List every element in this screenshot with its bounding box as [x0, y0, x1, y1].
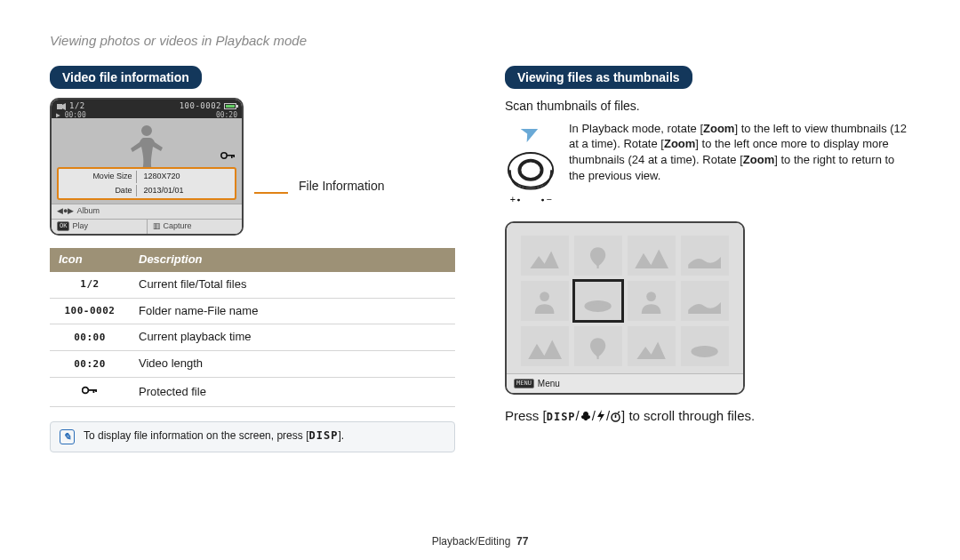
thumbnail — [628, 326, 676, 366]
table-row: Protected file — [50, 378, 455, 407]
thumbnail — [681, 326, 729, 366]
flash-icon — [596, 410, 606, 422]
svg-rect-0 — [57, 104, 62, 109]
thumbnail — [574, 236, 622, 276]
lock-key-icon — [220, 148, 235, 164]
video-camera-icon — [57, 103, 66, 110]
thumbnail — [628, 281, 676, 321]
thumbnail — [681, 281, 729, 321]
svg-text:−: − — [546, 194, 551, 204]
capture-icon: ▥ — [153, 221, 161, 232]
right-column: Viewing files as thumbnails Scan thumbna… — [505, 66, 910, 452]
svg-text:+: + — [510, 194, 516, 204]
svg-rect-4 — [231, 155, 233, 158]
thumbnail-selected — [574, 281, 622, 321]
subtitle: Scan thumbnails of files. — [505, 98, 910, 114]
callout-line — [254, 192, 288, 194]
timer-icon — [610, 411, 621, 422]
table-row: 1/2Current file/Total files — [50, 272, 455, 298]
note-icon: ✎ — [60, 429, 75, 444]
svg-point-14 — [541, 198, 544, 201]
file-info-overlay: Movie Size1280X720 Date2013/01/01 — [57, 167, 236, 200]
table-row: 00:00Current playback time — [50, 324, 455, 351]
battery-icon — [224, 103, 236, 109]
svg-marker-1 — [62, 103, 66, 110]
menu-button-icon: MENU — [514, 379, 534, 388]
svg-rect-8 — [93, 389, 95, 393]
arrow-icon: ➤ — [516, 115, 546, 150]
svg-rect-9 — [95, 389, 97, 392]
svg-rect-17 — [597, 265, 599, 268]
svg-rect-21 — [597, 356, 599, 359]
thumbnail — [628, 236, 676, 276]
disp-label: DISP — [308, 429, 338, 442]
icon-description-table: Icon Description 1/2Current file/Total f… — [50, 248, 455, 407]
capture-label: Capture — [164, 221, 192, 232]
elapsed-time: 00:00 — [65, 111, 86, 119]
play-label: Play — [72, 221, 88, 232]
svg-rect-3 — [227, 155, 234, 156]
table-row: 100-0002Folder name-File name — [50, 298, 455, 324]
heading-thumbnails: Viewing files as thumbnails — [505, 66, 692, 89]
press-instruction: Press [DISP///] to scroll through files. — [505, 407, 910, 425]
svg-point-11 — [519, 160, 541, 179]
thumbnail — [574, 326, 622, 366]
svg-point-18 — [540, 292, 550, 301]
svg-rect-24 — [615, 415, 617, 419]
thumbnail — [521, 281, 569, 321]
menu-label: Menu — [538, 378, 560, 389]
svg-point-13 — [517, 198, 520, 201]
note-box: ✎ To display file information on the scr… — [50, 421, 455, 452]
thumbnail-view-card: MENU Menu — [505, 221, 745, 395]
thumbnail — [681, 236, 729, 276]
zoom-dial-icon: + − — [505, 151, 556, 212]
page-title: Viewing photos or videos in Playback mod… — [50, 32, 910, 50]
callout-label: File Information — [299, 178, 384, 194]
svg-point-20 — [647, 292, 657, 301]
svg-rect-5 — [233, 155, 235, 157]
page-footer: Playback/Editing 77 — [0, 535, 960, 549]
key-icon — [82, 385, 98, 396]
th-icon: Icon — [50, 248, 130, 272]
th-description: Description — [130, 248, 455, 272]
macro-flower-icon — [580, 411, 592, 421]
svg-point-2 — [221, 153, 227, 158]
ok-button-icon: OK — [57, 221, 69, 231]
total-time: 00:20 — [216, 111, 237, 120]
svg-point-6 — [83, 388, 89, 394]
left-column: Video file information 1/2 100-0002 ▶ 00… — [50, 66, 455, 452]
file-code: 100-0002 — [180, 101, 221, 112]
table-row: 00:20Video length — [50, 351, 455, 378]
heading-video-file-info: Video file information — [50, 66, 202, 89]
video-preview-card: 1/2 100-0002 ▶ 00:00 00:20 — [50, 98, 244, 236]
zoom-instruction-text: In Playback mode, rotate [Zoom] to the l… — [569, 121, 910, 211]
svg-rect-7 — [88, 389, 96, 391]
album-label: Album — [76, 206, 100, 217]
file-counter: 1/2 — [69, 101, 85, 112]
thumbnail — [521, 326, 569, 366]
thumbnail — [521, 236, 569, 276]
